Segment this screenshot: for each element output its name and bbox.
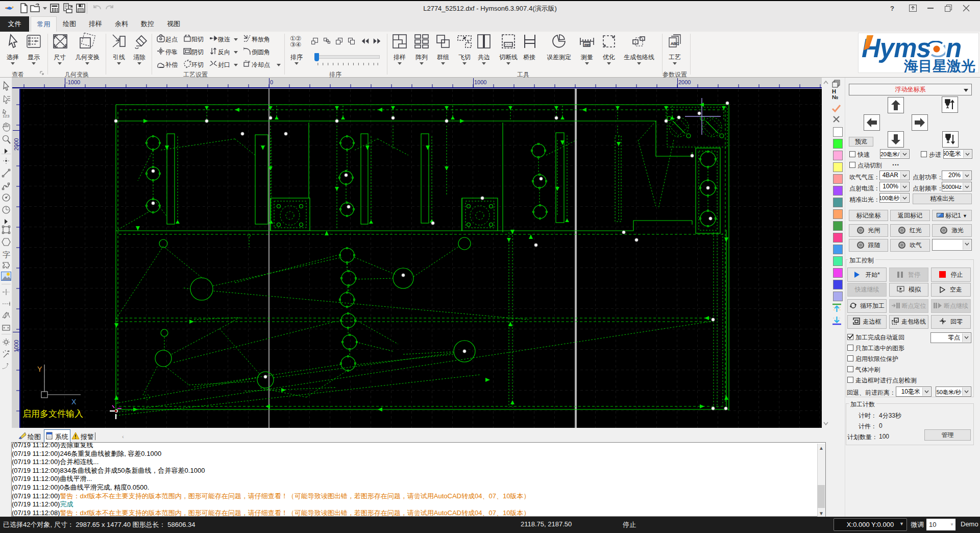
svg-text:X: X bbox=[71, 398, 77, 406]
svg-text:启用多文件输入: 启用多文件输入 bbox=[22, 409, 83, 419]
svg-text:Y: Y bbox=[37, 365, 42, 373]
svg-text:mm: mm bbox=[584, 43, 591, 46]
svg-text:ABC: ABC bbox=[671, 41, 679, 46]
svg-text:123: 123 bbox=[3, 114, 10, 118]
svg-text:字: 字 bbox=[3, 250, 10, 259]
